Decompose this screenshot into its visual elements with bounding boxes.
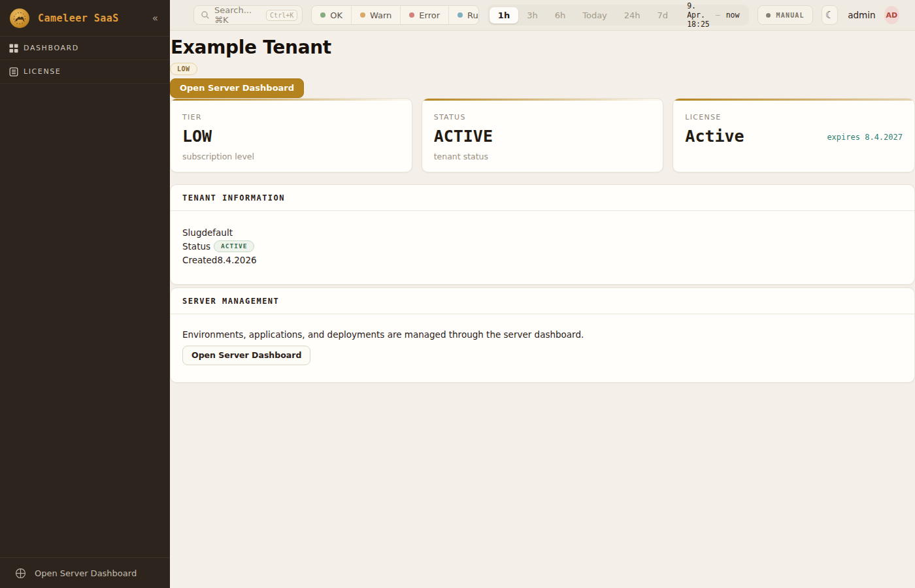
status-filter-group: OK Warn Error Running (311, 5, 479, 25)
sidebar-footer-label: Open Server Dashboard (35, 568, 137, 578)
card-accent-bar (171, 99, 412, 101)
section-header: SERVER MANAGEMENT (171, 288, 914, 314)
time-range-7d[interactable]: 7d (649, 7, 677, 24)
info-label: Created (182, 255, 217, 265)
running-status-dot (458, 12, 463, 18)
card-subtext: tenant status (434, 152, 652, 161)
card-subtext: subscription level (182, 152, 400, 161)
time-range-selector: 1h 3h 6h Today 24h 7d 9. Apr. 18:25 — no… (488, 5, 750, 25)
brand-logo-camel-icon (10, 8, 29, 28)
sidebar-collapse-icon[interactable]: « (150, 11, 161, 25)
sidebar-header: Cameleer SaaS « (0, 0, 170, 37)
error-status-dot (409, 12, 414, 18)
sidebar: Cameleer SaaS « DASHBOARD (0, 0, 170, 588)
info-row-status: Status ACTIVE (182, 240, 903, 253)
ok-status-dot (320, 12, 325, 18)
status-badge: ACTIVE (214, 240, 254, 252)
license-document-icon (9, 67, 18, 76)
filter-label: Error (419, 10, 440, 20)
card-value: ACTIVE (434, 127, 652, 146)
time-range-display: 9. Apr. 18:25 — now (676, 1, 747, 29)
filter-ok[interactable]: OK (312, 6, 352, 24)
username-label: admin (848, 10, 875, 20)
moon-icon: ☾ (825, 9, 834, 21)
time-range-6h[interactable]: 6h (546, 7, 574, 24)
info-label: Status (182, 241, 210, 252)
main-content: Example Tenant LOW Open Server Dashboard… (170, 31, 915, 383)
server-management-section: SERVER MANAGEMENT Environments, applicat… (170, 287, 915, 383)
card-accent-bar (673, 99, 914, 101)
time-range-3h[interactable]: 3h (518, 7, 546, 24)
search-input[interactable]: Search... ⌘K Ctrl+K (193, 5, 303, 25)
filter-running[interactable]: Running (449, 6, 479, 24)
status-card: STATUS ACTIVE tenant status (422, 98, 664, 172)
sidebar-nav: DASHBOARD LICENSE (0, 37, 170, 84)
open-server-dashboard-outline-button[interactable]: Open Server Dashboard (182, 346, 310, 365)
filter-label: Running (467, 10, 479, 20)
section-header: TENANT INFORMATION (171, 185, 914, 211)
time-range-today[interactable]: Today (574, 7, 616, 24)
info-label: Slug (182, 227, 201, 238)
sidebar-item-license[interactable]: LICENSE (0, 60, 170, 84)
sidebar-item-dashboard[interactable]: DASHBOARD (0, 37, 170, 60)
search-placeholder: Search... ⌘K (214, 5, 261, 25)
card-value: Active (685, 127, 744, 146)
user-avatar[interactable]: AD (884, 6, 899, 24)
filter-label: Warn (370, 10, 391, 20)
sidebar-footer-open-server-dashboard[interactable]: Open Server Dashboard (0, 557, 170, 588)
filter-label: OK (330, 10, 342, 20)
topbar: Search... ⌘K Ctrl+K OK Warn Error Runnin… (170, 0, 915, 31)
tier-badge: LOW (170, 63, 197, 75)
license-expiry: expires 8.4.2027 (827, 133, 903, 142)
time-separator: — (716, 10, 720, 20)
time-from: 9. Apr. 18:25 (687, 1, 710, 29)
license-card: LICENSE Active expires 8.4.2027 (673, 98, 915, 172)
page-title: Example Tenant (171, 37, 915, 58)
info-value: 8.4.2026 (217, 255, 256, 265)
time-range-1h[interactable]: 1h (490, 7, 518, 24)
theme-toggle-button[interactable]: ☾ (822, 5, 838, 25)
globe-icon (15, 568, 26, 579)
tenant-information-section: TENANT INFORMATION Slugdefault Status AC… (170, 184, 915, 285)
search-icon (201, 10, 210, 20)
card-value: LOW (182, 127, 400, 146)
manual-mode-dot (766, 13, 771, 18)
sidebar-item-label: LICENSE (24, 67, 61, 76)
info-value: default (201, 227, 233, 238)
server-management-description: Environments, applications, and deployme… (182, 329, 903, 340)
warn-status-dot (360, 12, 365, 18)
manual-mode-label: MANUAL (776, 12, 804, 19)
tier-card: TIER LOW subscription level (170, 98, 412, 172)
open-server-dashboard-primary-button[interactable]: Open Server Dashboard (170, 78, 304, 98)
time-range-24h[interactable]: 24h (616, 7, 649, 24)
app-title: Cameleer SaaS (38, 12, 150, 24)
card-label: TIER (182, 113, 400, 122)
filter-warn[interactable]: Warn (352, 6, 401, 24)
stat-cards-row: TIER LOW subscription level STATUS ACTIV… (170, 98, 915, 172)
card-accent-bar (422, 99, 663, 101)
sidebar-item-label: DASHBOARD (24, 44, 79, 52)
info-row-created: Created8.4.2026 (182, 253, 903, 267)
card-label: STATUS (434, 113, 652, 122)
card-label: LICENSE (685, 113, 903, 122)
refresh-mode-button[interactable]: MANUAL (757, 5, 812, 25)
dashboard-grid-icon (9, 44, 18, 53)
time-to: now (726, 10, 740, 20)
info-row-slug: Slugdefault (182, 226, 903, 240)
filter-error[interactable]: Error (401, 6, 449, 24)
search-shortcut-kbd: Ctrl+K (266, 10, 297, 21)
